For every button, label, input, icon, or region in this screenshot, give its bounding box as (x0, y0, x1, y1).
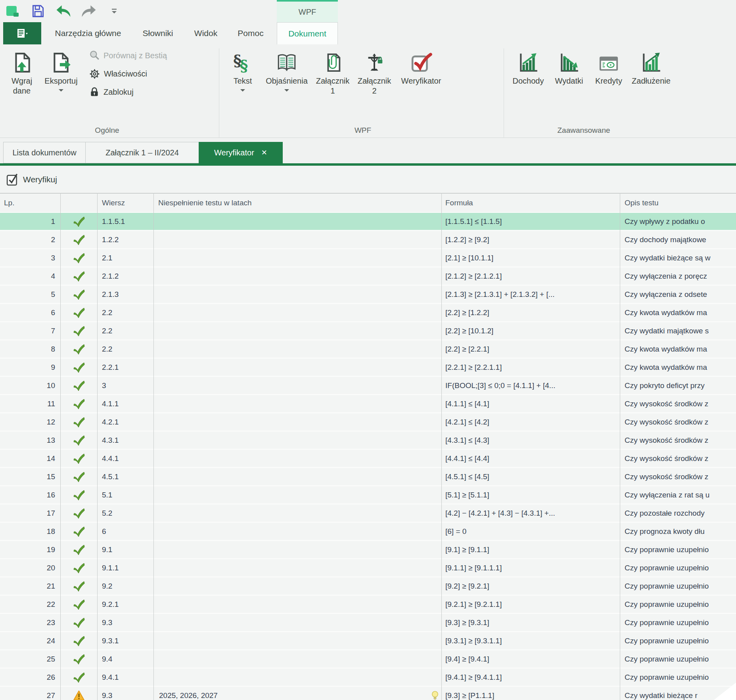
grid-line (60, 193, 61, 700)
table-row[interactable]: 6 2.2 [2.2] ≥ [1.2.2] Czy kwota wydatków… (0, 304, 736, 321)
app-logo-icon[interactable] (5, 3, 21, 19)
rising-green-bar-chart-icon (640, 50, 662, 74)
table-row[interactable]: 1 1.1.5.1 [1.1.5.1] ≤ [1.1.5] Czy wpływy… (0, 213, 736, 230)
check-ok-icon (73, 344, 85, 355)
application-window: WPF Narzędzia główne Słowniki Widok Pomo… (0, 0, 736, 700)
table-row[interactable]: 3 2.1 [2.1] ≥ [10.1.1] Czy wydatki bieżą… (0, 249, 736, 266)
header-lata[interactable]: Niespełnienie testu w latach (153, 199, 441, 207)
svg-text:§: § (240, 57, 248, 74)
application-menu-button[interactable] (3, 22, 41, 44)
tab-zalacznik-1[interactable]: Załącznik 1 – II/2024 (85, 142, 199, 163)
falling-bar-chart-icon (558, 50, 580, 74)
contextual-tab-wpf[interactable]: WPF (277, 0, 338, 22)
customize-toolbar-icon[interactable] (106, 3, 122, 19)
table-row[interactable]: 4 2.1.2 [2.1.2] ≥ [2.1.2.1] Czy wyłączen… (0, 268, 736, 285)
magnifier-icon (89, 50, 100, 61)
gear-icon (89, 69, 100, 79)
table-row[interactable]: 10 3 IF(BOOL;[3] ≤ 0;0 = [4.1.1] + [4...… (0, 377, 736, 394)
table-row[interactable]: 24 9.3.1 [9.3.1] ≥ [9.3.1.1] Czy poprawn… (0, 632, 736, 649)
tab-widok[interactable]: Widok (191, 22, 220, 44)
table-row[interactable]: 18 6 [6] = 0 Czy prognoza kwoty dłu (0, 523, 736, 540)
paragraphs-icon: §§ (232, 50, 254, 74)
zalacznik-1-button[interactable]: Załącznik1 (313, 50, 352, 96)
table-row[interactable]: 19 9.1 [9.1] ≥ [9.1.1] Czy poprawnie uzu… (0, 541, 736, 558)
contextual-tab-label: WPF (299, 8, 316, 17)
header-opis[interactable]: Opis testu (620, 199, 736, 207)
table-row[interactable]: 13 4.3.1 [4.3.1] ≤ [4.3] Czy wysokość śr… (0, 432, 736, 449)
tab-narzedzia-glowne[interactable]: Narzędzia główne (50, 22, 126, 44)
header-lp[interactable]: Lp. (0, 199, 60, 207)
check-ok-icon (73, 398, 85, 409)
group-label-zaawansowane: Zaawansowane (557, 126, 610, 135)
porownaj-z-bestia-button[interactable]: Porównaj z Bestią (89, 48, 167, 63)
zalacznik-2-button[interactable]: Załącznik2 (355, 50, 394, 96)
hint-lightbulb-icon[interactable] (431, 690, 439, 700)
tab-weryfikator[interactable]: Weryfikator ✕ (199, 142, 283, 163)
check-ok-icon (73, 471, 85, 482)
dropdown-caret-icon (284, 89, 289, 92)
table-row[interactable]: 15 4.5.1 [4.5.1] ≤ [4.5] Czy wysokość śr… (0, 468, 736, 485)
wlasciwosci-button[interactable]: Właściwości (89, 67, 167, 81)
weryfikuj-checkbox[interactable] (6, 173, 18, 186)
close-tab-icon[interactable]: ✕ (261, 148, 267, 157)
table-row[interactable]: 5 2.1.3 [2.1.3] ≥ [2.1.3.1] + [2.1.3.2] … (0, 286, 736, 303)
open-book-icon (276, 50, 298, 74)
check-ok-icon (73, 672, 85, 683)
check-ok-icon (73, 490, 85, 501)
wgraj-dane-button[interactable]: Wgrajdane (4, 50, 40, 96)
table-row[interactable]: 14 4.4.1 [4.4.1] ≤ [4.4] Czy wysokość śr… (0, 450, 736, 467)
table-row[interactable]: 2 1.2.2 [1.2.2] ≥ [9.2] Czy dochody mają… (0, 231, 736, 248)
dochody-button[interactable]: Dochody (508, 50, 548, 86)
check-ok-icon (73, 252, 85, 264)
eksportuj-button[interactable]: Eksportuj (40, 50, 82, 92)
verification-table: Lp. Wiersz Niespełnienie testu w latach … (0, 193, 736, 700)
grid-line (620, 193, 620, 700)
weryfikator-button[interactable]: Weryfikator (397, 50, 446, 86)
undo-button[interactable] (56, 3, 71, 19)
check-ok-icon (73, 581, 85, 592)
table-row[interactable]: 21 9.2 [9.2] ≥ [9.2.1] Czy poprawnie uzu… (0, 578, 736, 595)
table-row[interactable]: 8 2.2 [2.2] ≥ [2.2.1] Czy kwota wydatków… (0, 340, 736, 358)
header-formula[interactable]: Formuła (441, 199, 620, 207)
table-row[interactable]: 16 5.1 [5.1] ≥ [5.1.1] Czy wyłączenia z … (0, 486, 736, 503)
table-row[interactable]: 12 4.2.1 [4.2.1] ≤ [4.2] Czy wysokość śr… (0, 413, 736, 430)
table-row[interactable]: 22 9.2.1 [9.2.1] ≥ [9.2.1.1] Czy poprawn… (0, 596, 736, 613)
check-ok-icon (73, 544, 85, 555)
table-row[interactable]: 26 9.4.1 [9.4.1] ≥ [9.4.1.1] Czy poprawn… (0, 669, 736, 686)
header-wiersz[interactable]: Wiersz (97, 199, 153, 207)
tekst-button[interactable]: §§ Tekst (226, 50, 259, 92)
table-row[interactable]: 9 2.2.1 [2.2.1] ≥ [2.2.1.1] Czy kwota wy… (0, 359, 736, 376)
table-row[interactable]: 7 2.2 [2.2] ≥ [10.1.2] Czy wydatki mająt… (0, 322, 736, 339)
zablokuj-button[interactable]: Zablokuj (89, 85, 167, 99)
general-small-buttons: Porównaj z Bestią Właściwości Zablokuj (89, 48, 167, 99)
app-menu-icon (16, 28, 28, 39)
table-row[interactable]: 17 5.2 [4.2] − [4.2.1] + [4.3] − [4.3.1]… (0, 505, 736, 522)
rising-bar-chart-icon (517, 50, 539, 74)
redo-button[interactable] (81, 3, 97, 19)
table-row[interactable]: 23 9.3 [9.3] ≥ [9.3.1] Czy poprawnie uzu… (0, 614, 736, 631)
check-ok-icon (73, 562, 85, 574)
zadluzenie-button[interactable]: Zadłużenie (627, 50, 675, 86)
check-ok-icon (73, 380, 85, 391)
banknote-window-icon (598, 50, 620, 74)
quick-access-toolbar (0, 0, 278, 22)
tab-pomoc[interactable]: Pomoc (235, 22, 266, 44)
check-ok-icon (73, 362, 85, 373)
table-row[interactable]: 27 9.3 2025, 2026, 2027 [9.3] ≥ [P1.1.1]… (0, 687, 736, 700)
export-document-icon (50, 50, 72, 74)
tab-dokument[interactable]: Dokument (277, 22, 338, 44)
tab-lista-dokumentow[interactable]: Lista dokumentów (3, 142, 86, 163)
objasnienia-button[interactable]: Objaśnienia (263, 50, 311, 92)
wydatki-button[interactable]: Wydatki (550, 50, 588, 86)
signpost-lock-icon (364, 50, 385, 74)
table-row[interactable]: 25 9.4 [9.4] ≥ [9.4.1] Czy poprawnie uzu… (0, 650, 736, 667)
check-ok-icon (73, 307, 85, 318)
table-header: Lp. Wiersz Niespełnienie testu w latach … (0, 193, 736, 212)
table-row[interactable]: 20 9.1.1 [9.1.1] ≥ [9.1.1.1] Czy poprawn… (0, 559, 736, 576)
warning-icon (73, 690, 85, 700)
check-ok-icon (73, 635, 85, 646)
tab-slowniki[interactable]: Słowniki (139, 22, 177, 44)
save-button[interactable] (30, 3, 46, 19)
table-row[interactable]: 11 4.1.1 [4.1.1] ≤ [4.1] Czy wysokość śr… (0, 395, 736, 412)
kredyty-button[interactable]: Kredyty (590, 50, 627, 86)
